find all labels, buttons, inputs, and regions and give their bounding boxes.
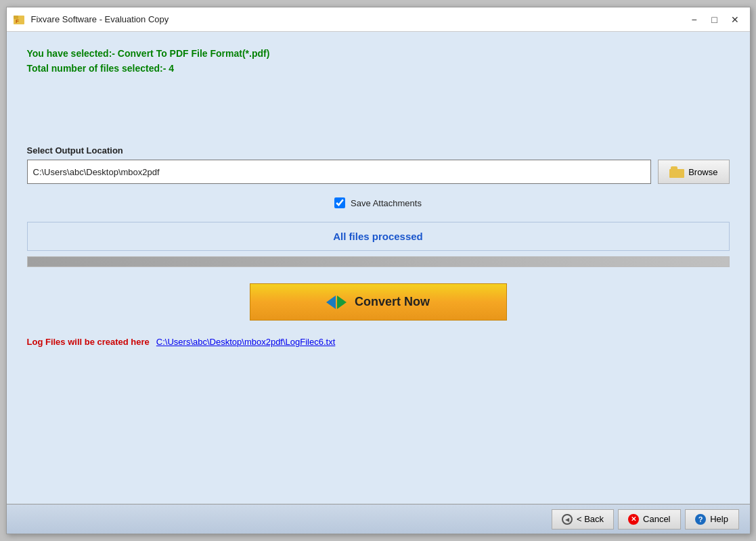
window-title: Fixvare Software - Evaluation Copy <box>31 14 685 24</box>
title-bar: F Fixvare Software - Evaluation Copy − □… <box>7 7 750 32</box>
convert-now-button[interactable]: Convert Now <box>250 283 507 321</box>
save-attachments-label: Save Attachments <box>351 198 422 208</box>
svg-text:F: F <box>16 18 19 24</box>
window-controls: − □ ✕ <box>685 11 744 28</box>
close-button[interactable]: ✕ <box>726 11 744 28</box>
maximize-button[interactable]: □ <box>705 11 724 28</box>
convert-button-container: Convert Now <box>27 283 730 321</box>
main-window: F Fixvare Software - Evaluation Copy − □… <box>6 7 751 534</box>
status-bar: All files processed <box>27 222 730 251</box>
save-attachments-checkbox[interactable] <box>334 197 345 208</box>
log-file-link[interactable]: C:\Users\abc\Desktop\mbox2pdf\LogFilec6.… <box>156 337 335 347</box>
progress-bar-container <box>27 256 730 267</box>
browse-button-label: Browse <box>688 167 717 177</box>
help-button-label: Help <box>710 514 728 524</box>
convert-icon <box>326 296 347 309</box>
output-location-label: Select Output Location <box>27 145 730 156</box>
folder-icon <box>669 166 684 178</box>
cancel-button[interactable]: ✕ Cancel <box>618 509 680 530</box>
back-button-label: < Back <box>577 514 604 524</box>
output-location-section: Select Output Location Browse <box>27 145 730 184</box>
convert-now-label: Convert Now <box>355 295 430 309</box>
cancel-button-label: Cancel <box>643 514 670 524</box>
log-label: Log Files will be created here <box>27 337 150 347</box>
back-button[interactable]: < Back <box>552 509 614 530</box>
back-icon <box>562 514 573 525</box>
cancel-icon: ✕ <box>628 514 639 525</box>
save-attachments-row: Save Attachments <box>27 197 730 208</box>
app-icon: F <box>12 13 26 26</box>
output-path-input[interactable] <box>27 160 652 184</box>
browse-button[interactable]: Browse <box>658 160 729 184</box>
selected-format-info: You have selected:- Convert To PDF File … <box>27 48 730 59</box>
arrow-left-icon <box>326 296 336 309</box>
minimize-button[interactable]: − <box>685 11 704 28</box>
log-section: Log Files will be created here C:\Users\… <box>27 337 730 347</box>
arrow-right-icon <box>337 296 347 309</box>
content-area: You have selected:- Convert To PDF File … <box>7 32 750 504</box>
file-count-info: Total number of files selected:- 4 <box>27 63 730 74</box>
progress-bar-fill <box>28 257 729 266</box>
bottom-bar: < Back ✕ Cancel ? Help <box>7 504 750 534</box>
output-row: Browse <box>27 160 730 184</box>
help-button[interactable]: ? Help <box>685 509 739 530</box>
status-text: All files processed <box>333 231 423 242</box>
help-icon: ? <box>695 514 706 525</box>
